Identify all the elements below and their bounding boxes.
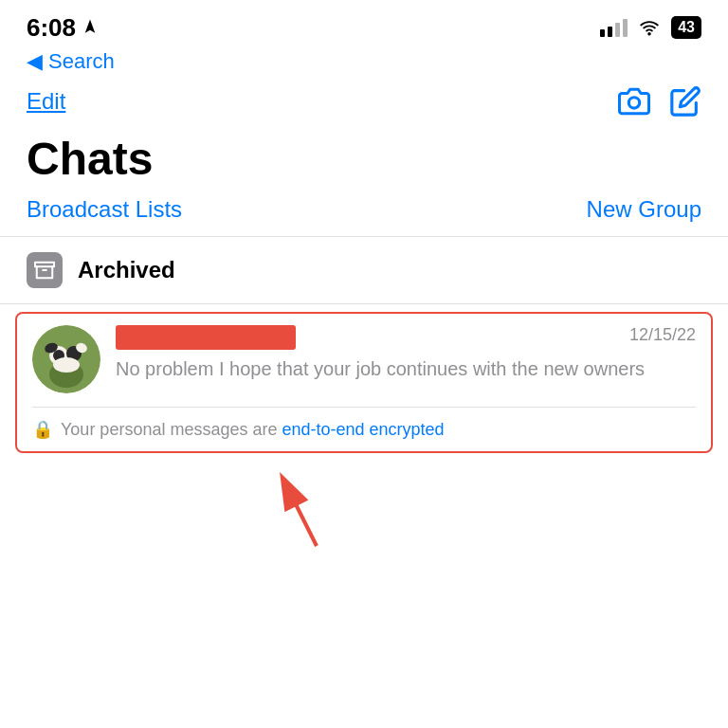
signal-icon: [600, 18, 628, 37]
arrow-container: [0, 461, 728, 555]
svg-point-1: [628, 98, 639, 108]
encryption-link[interactable]: end-to-end encrypted: [282, 420, 444, 439]
archive-svg-icon: [34, 260, 55, 281]
back-label: Search: [48, 49, 115, 74]
encryption-prefix: Your personal messages are: [61, 420, 282, 439]
back-row: ◀ Search: [0, 46, 728, 78]
svg-point-0: [648, 33, 650, 35]
chat-header-row: +1 (217) 337-3372 12/15/22: [116, 325, 696, 350]
time-text: 6:08: [27, 13, 76, 43]
chat-content: +1 (217) 337-3372 12/15/22 No problem I …: [116, 325, 696, 382]
svg-point-9: [53, 357, 80, 373]
edit-button[interactable]: Edit: [27, 88, 65, 115]
chat-item-wrapper: +1 (217) 337-3372 12/15/22 No problem I …: [15, 312, 713, 453]
battery-value: 43: [678, 19, 695, 36]
redacted-phone-number: +1 (217) 337-3372: [116, 325, 296, 350]
compose-button[interactable]: [669, 85, 701, 118]
navigation-arrow-icon: [82, 18, 99, 35]
svg-rect-2: [35, 263, 54, 267]
avatar: [32, 325, 100, 393]
list-divider: [0, 303, 728, 304]
back-button[interactable]: ◀ Search: [27, 49, 115, 74]
action-row: Broadcast Lists New Group: [0, 192, 728, 236]
page-title: Chats: [0, 121, 728, 192]
chat-name: +1 (217) 337-3372: [116, 325, 629, 350]
header-row: Edit: [0, 78, 728, 121]
header-icons: [618, 85, 701, 118]
encryption-notice: 🔒 Your personal messages are end-to-end …: [32, 407, 696, 440]
chat-highlight-border: +1 (217) 337-3372 12/15/22 No problem I …: [15, 312, 713, 453]
chat-list-item[interactable]: +1 (217) 337-3372 12/15/22 No problem I …: [32, 325, 696, 393]
svg-line-13: [288, 489, 317, 546]
broadcast-lists-button[interactable]: Broadcast Lists: [27, 196, 182, 223]
compose-icon: [669, 85, 701, 118]
archive-icon: [27, 252, 63, 288]
encryption-text: Your personal messages are end-to-end en…: [61, 420, 445, 440]
archived-label: Archived: [78, 257, 175, 283]
new-group-button[interactable]: New Group: [587, 196, 701, 223]
status-indicators: 43: [600, 16, 701, 39]
status-time: 6:08: [27, 13, 99, 43]
battery-indicator: 43: [671, 16, 701, 39]
camera-button[interactable]: [618, 85, 650, 118]
red-arrow-icon: [269, 470, 345, 555]
dog-avatar-image: [32, 325, 100, 393]
chat-message: No problem I hope that your job continue…: [116, 355, 696, 382]
wifi-icon: [637, 18, 662, 37]
chat-time: 12/15/22: [629, 325, 696, 345]
status-bar: 6:08 43: [0, 0, 728, 46]
back-chevron-icon: ◀: [27, 49, 43, 74]
archived-row[interactable]: Archived: [0, 237, 728, 303]
camera-icon: [618, 85, 650, 118]
lock-icon: 🔒: [32, 419, 53, 440]
